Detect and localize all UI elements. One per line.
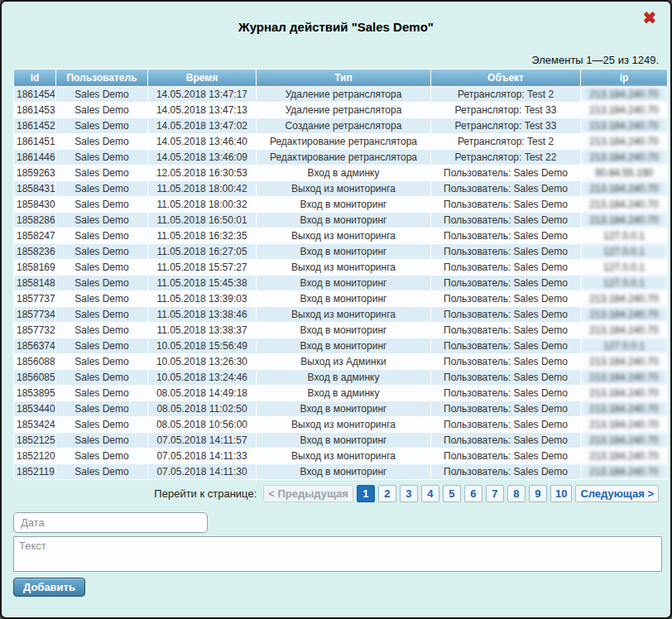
cell-user: Sales Demo — [56, 228, 147, 243]
cell-time: 11.05.2018 13:39:03 — [148, 291, 256, 306]
page-button-3[interactable]: 3 — [400, 485, 418, 502]
cell-user: Sales Demo — [56, 338, 147, 353]
cell-user: Sales Demo — [56, 370, 147, 385]
cell-time: 14.05.2018 13:47:02 — [148, 118, 256, 133]
table-row: 1856088Sales Demo10.05.2018 13:26:30Выхо… — [14, 354, 667, 369]
cell-time: 11.05.2018 16:32:35 — [148, 228, 256, 243]
cell-ip: 90.84.55.190 — [581, 166, 667, 180]
cell-ip: 213.184.240.70 — [581, 307, 667, 322]
cell-user: Sales Demo — [56, 401, 147, 416]
cell-id: 1853895 — [14, 386, 55, 401]
add-entry-form: Добавить — [13, 512, 659, 597]
cell-ip: 213.184.240.70 — [581, 118, 667, 133]
cell-user: Sales Demo — [56, 103, 147, 118]
cell-object: Ретранслятор: Test 2 — [431, 134, 580, 149]
cell-id: 1858148 — [14, 276, 55, 290]
cell-user: Sales Demo — [56, 433, 147, 448]
cell-id: 1852120 — [14, 449, 55, 463]
cell-user: Sales Demo — [56, 323, 147, 338]
cell-object: Пользователь: Sales Demo — [431, 338, 580, 353]
cell-ip: 213.184.240.70 — [581, 433, 667, 448]
table-row: 1858430Sales Demo11.05.2018 18:00:32Вход… — [14, 197, 667, 212]
cell-id: 1858286 — [14, 213, 55, 228]
cell-time: 11.05.2018 15:57:27 — [148, 260, 256, 275]
cell-ip: 213.184.240.70 — [581, 181, 667, 196]
cell-object: Пользователь: Sales Demo — [431, 228, 580, 243]
cell-id: 1861446 — [14, 150, 55, 165]
cell-ip: 127.0.0.1 — [581, 244, 667, 259]
page-buttons: 12345678910 — [357, 485, 572, 502]
cell-type: Вход в админку — [257, 166, 430, 180]
table-row: 1852125Sales Demo07.05.2018 14:11:57Вход… — [14, 433, 667, 448]
page-button-8[interactable]: 8 — [507, 485, 526, 502]
page-button-2[interactable]: 2 — [378, 485, 396, 502]
add-button[interactable]: Добавить — [13, 578, 85, 597]
cell-user: Sales Demo — [56, 449, 147, 463]
cell-object: Ретранслятор: Test 33 — [431, 118, 580, 133]
cell-type: Удаление ретранслятора — [257, 87, 430, 102]
cell-user: Sales Demo — [56, 197, 147, 212]
cell-type: Выход из Админки — [257, 354, 430, 369]
cell-user: Sales Demo — [56, 276, 147, 290]
cell-time: 14.05.2018 13:46:40 — [148, 134, 256, 149]
cell-ip: 213.184.240.70 — [581, 323, 667, 338]
cell-object: Пользователь: Sales Demo — [431, 323, 580, 338]
cell-type: Выход из мониторинга — [257, 228, 430, 243]
cell-time: 12.05.2018 16:30:53 — [148, 166, 256, 180]
cell-type: Выход из мониторинга — [257, 417, 430, 432]
action-log-modal: ✖ Журнал действий "Sales Demo" Элементы … — [0, 0, 672, 619]
cell-type: Вход в мониторинг — [257, 244, 430, 259]
cell-time: 08.05.2018 14:49:18 — [148, 386, 256, 401]
page-button-4[interactable]: 4 — [421, 485, 439, 502]
previous-page-button[interactable]: < Предыдущая — [263, 485, 353, 502]
table-row: 1857737Sales Demo11.05.2018 13:39:03Вход… — [14, 291, 667, 306]
page-button-10[interactable]: 10 — [550, 485, 572, 502]
cell-time: 07.05.2018 14:11:30 — [148, 464, 256, 479]
cell-user: Sales Demo — [56, 166, 147, 180]
cell-time: 14.05.2018 13:47:17 — [148, 87, 256, 102]
table-row: 1858286Sales Demo11.05.2018 16:50:01Вход… — [14, 213, 667, 228]
cell-ip: 127.0.0.1 — [581, 276, 667, 290]
date-input[interactable] — [13, 512, 208, 533]
text-input[interactable] — [13, 536, 662, 572]
table-row: 1859263Sales Demo12.05.2018 16:30:53Вход… — [14, 166, 667, 180]
cell-user: Sales Demo — [56, 291, 147, 306]
cell-time: 11.05.2018 16:27:05 — [148, 244, 256, 259]
next-page-button[interactable]: Следующая > — [575, 485, 659, 502]
page-button-5[interactable]: 5 — [443, 485, 461, 502]
page-button-7[interactable]: 7 — [486, 485, 504, 502]
column-header-id: id — [14, 70, 55, 86]
cell-ip: 213.184.240.70 — [581, 103, 667, 118]
table-row: 1857734Sales Demo11.05.2018 13:38:46Выхо… — [14, 307, 667, 322]
cell-object: Пользователь: Sales Demo — [431, 464, 580, 479]
cell-id: 1858236 — [14, 244, 55, 259]
cell-id: 1861454 — [14, 87, 55, 102]
cell-id: 1857732 — [14, 323, 55, 338]
column-header-type: Тип — [257, 70, 430, 86]
cell-id: 1852119 — [14, 464, 55, 479]
column-header-time: Время — [148, 70, 256, 86]
cell-id: 1861453 — [14, 103, 55, 118]
cell-type: Вход в мониторинг — [257, 401, 430, 416]
cell-object: Ретранслятор: Test 33 — [431, 103, 580, 118]
page-button-9[interactable]: 9 — [529, 485, 547, 502]
cell-type: Вход в мониторинг — [257, 433, 430, 448]
cell-type: Выход из мониторинга — [257, 449, 430, 463]
cell-type: Вход в админку — [257, 386, 430, 401]
page-button-1[interactable]: 1 — [357, 485, 375, 502]
cell-time: 14.05.2018 13:46:09 — [148, 150, 256, 165]
cell-time: 08.05.2018 10:56:00 — [148, 417, 256, 432]
cell-type: Выход из мониторинга — [257, 181, 430, 196]
cell-object: Пользователь: Sales Demo — [431, 260, 580, 275]
page-button-6[interactable]: 6 — [464, 485, 482, 502]
cell-ip: 213.184.240.70 — [581, 386, 667, 401]
cell-time: 10.05.2018 15:56:49 — [148, 338, 256, 353]
cell-ip: 127.0.0.1 — [581, 228, 667, 243]
cell-id: 1856374 — [14, 338, 55, 353]
cell-object: Ретранслятор: Test 2 — [431, 87, 580, 102]
cell-object: Пользователь: Sales Demo — [431, 433, 580, 448]
close-icon[interactable]: ✖ — [641, 8, 659, 26]
cell-ip: 127.0.0.1 — [581, 338, 667, 353]
cell-type: Вход в мониторинг — [257, 464, 430, 479]
table-row: 1861454Sales Demo14.05.2018 13:47:17Удал… — [14, 87, 667, 102]
